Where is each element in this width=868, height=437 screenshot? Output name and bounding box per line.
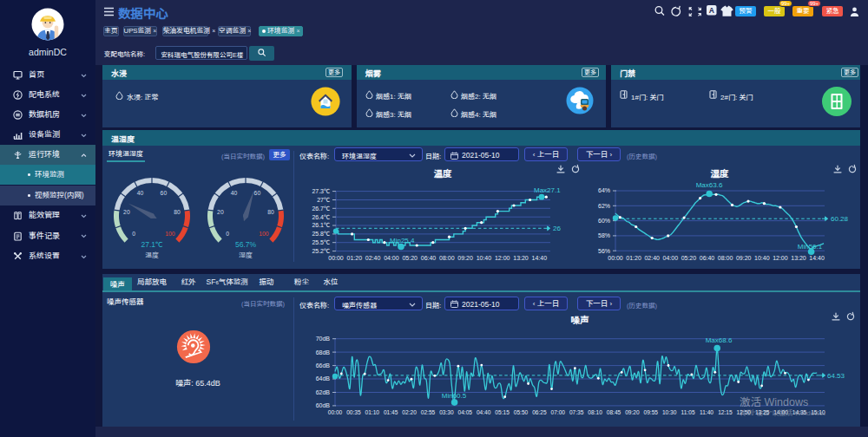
svg-text:20: 20 xyxy=(217,209,224,215)
svg-text:40: 40 xyxy=(137,190,144,196)
svg-text:01:20: 01:20 xyxy=(347,255,363,261)
svg-text:80: 80 xyxy=(174,209,181,215)
svg-text:26.7℃: 26.7℃ xyxy=(312,205,330,212)
svg-text:噪声: 噪声 xyxy=(571,315,589,325)
svg-text:Min60.5: Min60.5 xyxy=(442,392,467,400)
svg-text:27.1℃: 27.1℃ xyxy=(141,240,163,249)
svg-text:09:55: 09:55 xyxy=(644,409,659,415)
svg-text:25.2℃: 25.2℃ xyxy=(312,248,330,254)
svg-text:26.4℃: 26.4℃ xyxy=(312,214,330,220)
svg-text:06:25: 06:25 xyxy=(532,409,547,415)
svg-text:02:55: 02:55 xyxy=(421,409,436,415)
svg-text:10:40: 10:40 xyxy=(754,255,770,261)
svg-text:27.3℃: 27.3℃ xyxy=(312,188,330,194)
svg-text:温度: 温度 xyxy=(145,251,159,259)
svg-text:64dB: 64dB xyxy=(316,375,331,382)
svg-text:04:00: 04:00 xyxy=(384,255,399,261)
svg-text:56.7%: 56.7% xyxy=(235,240,257,249)
svg-text:60: 60 xyxy=(161,190,168,196)
svg-text:09:20: 09:20 xyxy=(457,255,473,261)
svg-text:26.1℃: 26.1℃ xyxy=(312,222,330,228)
svg-text:14:40: 14:40 xyxy=(532,255,548,261)
svg-text:Min25.4: Min25.4 xyxy=(390,237,415,245)
svg-text:02:40: 02:40 xyxy=(644,255,660,261)
svg-text:Max68.6: Max68.6 xyxy=(706,336,733,344)
svg-text:0: 0 xyxy=(226,231,229,237)
svg-text:05:20: 05:20 xyxy=(402,255,418,261)
svg-text:100: 100 xyxy=(259,231,269,237)
svg-text:60.28: 60.28 xyxy=(831,215,849,223)
svg-text:40: 40 xyxy=(231,190,238,196)
svg-text:08:00: 08:00 xyxy=(718,255,733,261)
svg-text:20: 20 xyxy=(123,209,130,215)
svg-text:08:10: 08:10 xyxy=(588,409,602,415)
svg-text:62dB: 62dB xyxy=(316,389,331,395)
svg-text:68dB: 68dB xyxy=(316,349,331,355)
svg-text:Max63.6: Max63.6 xyxy=(696,181,723,189)
svg-text:温度: 温度 xyxy=(434,168,452,179)
svg-text:60: 60 xyxy=(254,190,261,196)
svg-text:25.5℃: 25.5℃ xyxy=(312,239,330,245)
svg-text:25.8℃: 25.8℃ xyxy=(312,231,330,237)
svg-text:13:20: 13:20 xyxy=(791,255,806,261)
svg-text:00:35: 00:35 xyxy=(346,409,361,415)
svg-text:58%: 58% xyxy=(598,232,610,238)
svg-text:02:20: 02:20 xyxy=(402,409,417,415)
svg-text:09:20: 09:20 xyxy=(625,409,640,415)
svg-text:04:40: 04:40 xyxy=(477,409,491,415)
svg-text:05:20: 05:20 xyxy=(681,255,697,261)
svg-text:湿度: 湿度 xyxy=(239,251,253,259)
svg-text:09:20: 09:20 xyxy=(736,255,752,261)
svg-text:06:40: 06:40 xyxy=(421,255,437,261)
svg-text:A: A xyxy=(709,6,714,15)
svg-text:Max27.1: Max27.1 xyxy=(534,186,561,194)
svg-text:27℃: 27℃ xyxy=(317,197,330,203)
svg-text:60dB: 60dB xyxy=(316,402,331,408)
svg-text:00:00: 00:00 xyxy=(608,255,623,261)
svg-text:05:15: 05:15 xyxy=(495,409,510,415)
svg-text:62%: 62% xyxy=(598,203,610,209)
svg-text:04:05: 04:05 xyxy=(458,409,473,415)
svg-text:01:45: 01:45 xyxy=(384,409,398,415)
svg-text:08:00: 08:00 xyxy=(439,255,455,261)
svg-text:05:50: 05:50 xyxy=(514,409,529,415)
svg-text:64.53: 64.53 xyxy=(827,372,845,380)
svg-text:01:10: 01:10 xyxy=(365,409,380,415)
svg-text:Min56.1: Min56.1 xyxy=(798,243,823,251)
svg-text:02:40: 02:40 xyxy=(365,255,381,261)
svg-text:10:30: 10:30 xyxy=(662,409,677,415)
svg-text:06:40: 06:40 xyxy=(700,255,715,261)
svg-text:80: 80 xyxy=(267,209,274,215)
svg-text:03:30: 03:30 xyxy=(439,409,454,415)
svg-text:100: 100 xyxy=(165,231,175,237)
svg-text:64%: 64% xyxy=(598,187,610,193)
svg-text:12:15: 12:15 xyxy=(718,409,733,415)
svg-text:00:00: 00:00 xyxy=(328,409,343,415)
svg-text:04:00: 04:00 xyxy=(663,255,679,261)
svg-text:湿度: 湿度 xyxy=(711,168,729,179)
svg-text:01:20: 01:20 xyxy=(626,255,641,261)
svg-text:56%: 56% xyxy=(598,248,610,254)
svg-text:0: 0 xyxy=(132,231,135,237)
svg-text:00:00: 00:00 xyxy=(328,255,344,261)
svg-text:11:05: 11:05 xyxy=(681,409,695,415)
svg-text:14:40: 14:40 xyxy=(809,255,825,261)
svg-text:10:40: 10:40 xyxy=(477,255,492,261)
svg-text:07:35: 07:35 xyxy=(569,409,584,415)
svg-text:12:00: 12:00 xyxy=(773,255,788,261)
svg-text:12:00: 12:00 xyxy=(495,255,510,261)
svg-text:26: 26 xyxy=(553,225,561,232)
svg-text:66dB: 66dB xyxy=(316,362,331,369)
svg-text:07:00: 07:00 xyxy=(551,409,566,415)
svg-text:11:40: 11:40 xyxy=(700,409,713,415)
svg-text:70dB: 70dB xyxy=(316,336,331,342)
svg-text:13:20: 13:20 xyxy=(513,255,529,261)
svg-text:60%: 60% xyxy=(598,218,610,224)
svg-text:08:45: 08:45 xyxy=(607,409,621,415)
